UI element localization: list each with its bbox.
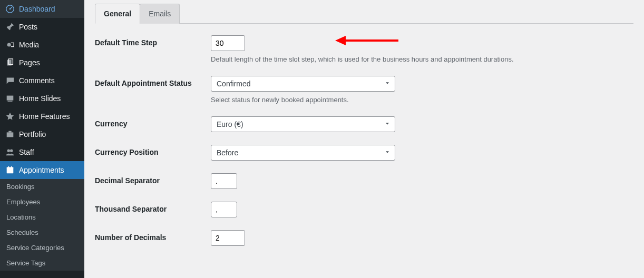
submenu-item-employees[interactable]: Employees [0,194,84,210]
row-default-appointment-status: Default Appointment Status Confirmed Sel… [95,76,633,104]
label-currency: Currency [95,116,211,128]
pin-icon [5,22,15,32]
sidebar-item-home-features[interactable]: Home Features [0,107,84,125]
sidebar-item-posts[interactable]: Posts [0,18,84,36]
sidebar-item-media[interactable]: Media [0,36,84,54]
row-currency-position: Currency Position Before [95,145,633,161]
tab-emails[interactable]: Emails [140,4,180,24]
sidebar-label: Staff [19,148,34,156]
svg-rect-13 [8,166,9,168]
select-currency-position[interactable]: Before [211,145,395,161]
select-value: Euro (€) [217,120,243,128]
submenu-item-bookings[interactable]: Bookings [0,179,84,194]
calendar-icon [5,165,15,175]
settings-tabs: General Emails [95,0,633,24]
media-icon [5,40,15,49]
main-content: General Emails Default Time Step Default… [84,0,644,278]
label-default-time-step: Default Time Step [95,35,211,47]
sidebar-label: Media [19,41,39,49]
select-default-appointment-status[interactable]: Confirmed [211,76,395,92]
row-thousand-separator: Thousand Separator [95,202,633,217]
input-decimal-separator[interactable] [211,173,237,189]
dashboard-icon [5,4,15,14]
svg-rect-5 [7,96,14,101]
svg-point-1 [9,8,11,10]
label-decimal-separator: Decimal Separator [95,173,211,185]
sidebar-label: Posts [19,23,37,31]
label-currency-position: Currency Position [95,145,211,156]
submenu-item-schedules[interactable]: Schedules [0,225,84,240]
hint-default-appointment-status: Select status for newly booked appointme… [211,96,395,104]
sidebar-item-pages[interactable]: Pages [0,54,84,72]
sidebar-item-staff[interactable]: Staff [0,143,84,161]
label-default-appointment-status: Default Appointment Status [95,76,211,87]
svg-rect-7 [7,132,14,137]
submenu-item-service-tags[interactable]: Service Tags [0,255,84,271]
svg-rect-14 [11,166,12,168]
chevron-down-icon [384,80,391,88]
sidebar-item-comments[interactable]: Comments [0,72,84,90]
sidebar-item-portfolio[interactable]: Portfolio [0,125,84,143]
select-currency[interactable]: Euro (€) [211,116,395,132]
label-number-of-decimals: Number of Decimals [95,230,211,242]
sidebar-submenu: Bookings Employees Locations Schedules S… [0,179,84,271]
hint-default-time-step: Default length of the time slot step, wh… [211,55,514,63]
sidebar-label: Dashboard [19,5,55,13]
staff-icon [5,147,15,157]
sidebar-item-dashboard[interactable]: Dashboard [0,0,84,18]
select-value: Before [217,148,238,157]
svg-rect-12 [7,167,14,169]
label-thousand-separator: Thousand Separator [95,202,211,213]
row-number-of-decimals: Number of Decimals [95,230,633,246]
submenu-item-service-categories[interactable]: Service Categories [0,240,84,255]
comments-icon [5,76,15,85]
sidebar-label: Portfolio [19,130,46,138]
pages-icon [5,58,15,67]
tab-general[interactable]: General [95,4,140,24]
svg-point-9 [7,150,10,152]
sidebar-label: Home Slides [19,94,61,103]
sidebar-item-appointments[interactable]: Appointments [0,161,84,179]
portfolio-icon [5,130,15,139]
row-default-time-step: Default Time Step Default length of the … [95,35,633,63]
input-default-time-step[interactable] [211,35,245,51]
submenu-item-locations[interactable]: Locations [0,210,84,225]
sidebar-label: Appointments [19,166,64,174]
row-decimal-separator: Decimal Separator [95,173,633,189]
sidebar-label: Pages [19,58,40,67]
chevron-down-icon [384,120,391,128]
sidebar-label: Home Features [19,112,70,121]
star-icon [5,112,15,121]
sidebar-item-home-slides[interactable]: Home Slides [0,90,84,107]
svg-rect-6 [8,101,13,102]
admin-sidebar: Dashboard Posts Media Pages Comments Hom… [0,0,84,278]
svg-point-10 [10,150,13,152]
select-value: Confirmed [217,80,251,88]
sidebar-label: Comments [19,76,55,85]
input-number-of-decimals[interactable] [211,230,245,246]
chevron-down-icon [384,148,391,157]
slides-icon [5,94,15,103]
svg-point-2 [7,43,11,46]
input-thousand-separator[interactable] [211,202,237,217]
svg-rect-8 [8,131,11,133]
row-currency: Currency Euro (€) [95,116,633,132]
